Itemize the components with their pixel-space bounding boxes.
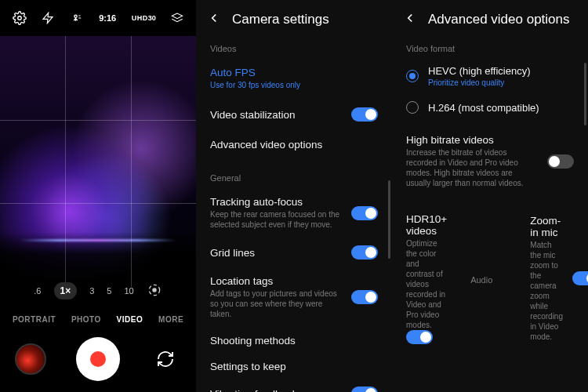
row-advanced-video-options[interactable]: Advanced video options [196, 130, 392, 159]
advanced-video-screen: Advanced video options Video format HEVC… [392, 0, 588, 392]
mode-selector: PORTRAIT PHOTO VIDEO MORE [0, 315, 196, 324]
camera-bottom-bar [0, 337, 196, 381]
aspect-ratio-button[interactable]: 9:16 [99, 13, 116, 23]
toggle-video-stabilization[interactable] [351, 107, 378, 122]
zoom-bar: .6 1× 3 5 10 [0, 282, 196, 299]
svg-point-5 [153, 289, 156, 292]
settings-header: Camera settings [196, 0, 392, 36]
radio-icon [406, 101, 419, 114]
svg-point-2 [74, 15, 77, 17]
radio-hevc[interactable]: HEVC (high efficiency) Prioritize video … [392, 58, 588, 94]
row-settings-to-keep[interactable]: Settings to keep [196, 354, 392, 379]
settings-list-videos: Auto FPS Use for 30 fps videos only Vide… [196, 58, 392, 165]
object-tracking-icon[interactable] [147, 282, 162, 299]
camera-top-toolbar: 9:16 UHD 30 [0, 0, 196, 36]
toggle-location-tags[interactable] [351, 290, 378, 304]
page-title: Advanced video options [428, 12, 570, 27]
zoom-level[interactable]: 3 [89, 286, 94, 296]
viewfinder[interactable] [0, 36, 196, 287]
row-location-tags[interactable]: Location tags Add tags to your pictures … [196, 267, 392, 328]
back-icon[interactable] [207, 11, 221, 28]
toggle-high-bitrate[interactable] [547, 154, 574, 169]
motion-photo-icon[interactable] [70, 11, 84, 25]
mode-more[interactable]: MORE [158, 315, 183, 324]
row-tracking-auto-focus[interactable]: Tracking auto-focus Keep the rear camera… [196, 187, 392, 238]
row-auto-fps[interactable]: Auto FPS Use for 30 fps videos only [196, 58, 392, 99]
mode-photo[interactable]: PHOTO [71, 315, 101, 324]
back-icon[interactable] [403, 11, 417, 28]
section-label-audio: Audio [456, 267, 506, 289]
grid-line [131, 36, 132, 287]
radio-icon-selected [406, 70, 419, 82]
layers-icon[interactable] [171, 12, 183, 24]
section-label-videos: Videos [196, 36, 392, 58]
grid-line [0, 203, 196, 204]
row-vibration-feedback[interactable]: Vibration feedback [196, 379, 392, 392]
zoom-level-active[interactable]: 1× [54, 282, 78, 299]
zoom-level[interactable]: 5 [107, 286, 111, 296]
row-grid-lines[interactable]: Grid lines [196, 238, 392, 267]
mode-video[interactable]: VIDEO [117, 315, 143, 324]
settings-header: Advanced video options [392, 0, 588, 36]
camera-settings-screen: Camera settings Videos Auto FPS Use for … [196, 0, 392, 392]
page-title: Camera settings [232, 12, 329, 27]
row-shooting-methods[interactable]: Shooting methods [196, 328, 392, 354]
toggle-zoom-in-mic[interactable] [572, 271, 588, 285]
settings-list-general: Tracking auto-focus Keep the rear camera… [196, 187, 392, 392]
row-high-bitrate[interactable]: High bitrate videos Increase the bitrate… [392, 125, 588, 197]
row-zoom-in-mic[interactable]: Zoom-in mic Match the mic zoom to the ca… [516, 206, 588, 350]
row-hdr10[interactable]: HDR10+ videos Optimize the color and con… [392, 197, 588, 360]
record-icon [90, 351, 106, 367]
section-label-video-format: Video format [392, 36, 588, 58]
flash-icon[interactable] [42, 12, 54, 24]
row-video-stabilization[interactable]: Video stabilization [196, 99, 392, 130]
switch-camera-button[interactable] [150, 343, 181, 375]
svg-marker-3 [172, 13, 183, 19]
shutter-button[interactable] [76, 337, 120, 381]
toggle-vibration-feedback[interactable] [351, 387, 378, 392]
preview-image [0, 36, 196, 287]
resolution-button[interactable]: UHD 30 [132, 15, 156, 22]
zoom-level[interactable]: 10 [124, 286, 133, 296]
gallery-thumbnail[interactable] [15, 343, 46, 375]
scrollbar[interactable] [584, 63, 586, 125]
section-label-general: General [196, 165, 392, 187]
toggle-hdr10[interactable] [406, 330, 433, 344]
toggle-grid-lines[interactable] [351, 245, 378, 260]
svg-marker-1 [43, 13, 53, 23]
grid-line [0, 120, 196, 121]
scrollbar[interactable] [388, 180, 390, 259]
toggle-tracking-auto-focus[interactable] [351, 206, 378, 220]
settings-icon[interactable] [13, 11, 27, 25]
camera-viewfinder-screen: 9:16 UHD 30 .6 1× 3 5 10 PORTRAIT PHOTO … [0, 0, 196, 392]
zoom-level[interactable]: .6 [34, 286, 41, 296]
mode-portrait[interactable]: PORTRAIT [13, 315, 56, 324]
svg-point-0 [17, 16, 21, 20]
grid-line [65, 36, 66, 287]
radio-h264[interactable]: H.264 (most compatible) [392, 94, 588, 121]
